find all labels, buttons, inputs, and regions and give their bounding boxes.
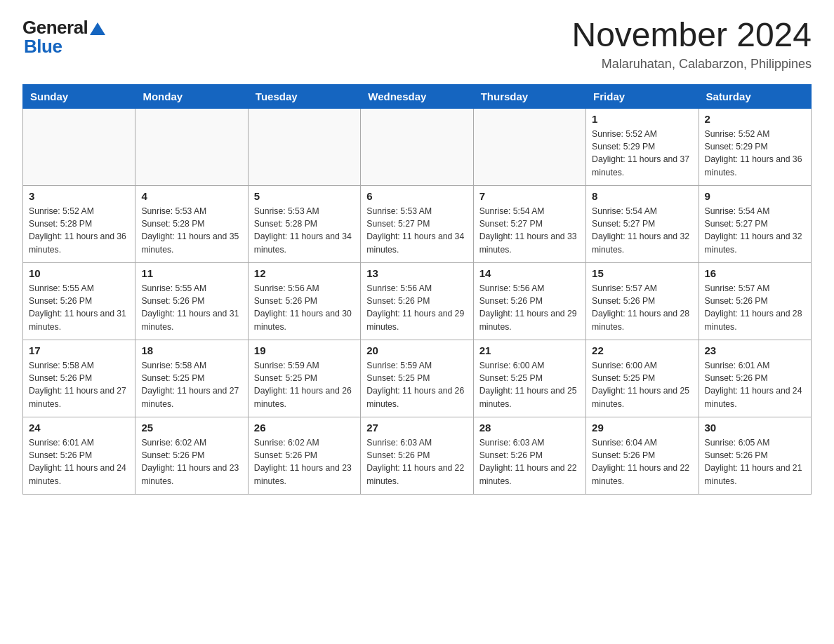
day-number: 13 <box>366 267 467 279</box>
day-number: 21 <box>479 344 580 356</box>
sun-info: Sunrise: 5:56 AMSunset: 5:26 PMDaylight:… <box>479 282 580 333</box>
day-number: 1 <box>592 113 692 125</box>
sun-info: Sunrise: 5:53 AMSunset: 5:27 PMDaylight:… <box>366 205 467 256</box>
day-number: 20 <box>366 344 467 356</box>
calendar-cell: 1Sunrise: 5:52 AMSunset: 5:29 PMDaylight… <box>586 108 699 185</box>
day-number: 18 <box>141 344 241 356</box>
sun-info: Sunrise: 5:55 AMSunset: 5:26 PMDaylight:… <box>29 282 129 333</box>
day-number: 15 <box>592 267 692 279</box>
day-number: 29 <box>592 422 692 434</box>
calendar-cell: 27Sunrise: 6:03 AMSunset: 5:26 PMDayligh… <box>361 417 473 494</box>
sun-info: Sunrise: 5:55 AMSunset: 5:26 PMDaylight:… <box>141 282 241 333</box>
day-number: 9 <box>705 190 805 202</box>
calendar-cell: 30Sunrise: 6:05 AMSunset: 5:26 PMDayligh… <box>699 417 811 494</box>
sun-info: Sunrise: 6:03 AMSunset: 5:26 PMDaylight:… <box>479 436 580 488</box>
day-number: 24 <box>29 422 129 434</box>
day-header-row: SundayMondayTuesdayWednesdayThursdayFrid… <box>23 84 812 108</box>
day-header-sunday: Sunday <box>23 84 135 108</box>
calendar-cell: 15Sunrise: 5:57 AMSunset: 5:26 PMDayligh… <box>586 262 699 340</box>
sun-info: Sunrise: 5:54 AMSunset: 5:27 PMDaylight:… <box>479 205 580 256</box>
calendar-cell: 13Sunrise: 5:56 AMSunset: 5:26 PMDayligh… <box>361 262 473 340</box>
sun-info: Sunrise: 5:59 AMSunset: 5:25 PMDaylight:… <box>366 359 467 410</box>
week-row-3: 10Sunrise: 5:55 AMSunset: 5:26 PMDayligh… <box>23 262 812 340</box>
day-number: 2 <box>705 113 805 125</box>
week-row-4: 17Sunrise: 5:58 AMSunset: 5:26 PMDayligh… <box>23 340 812 417</box>
svg-marker-0 <box>90 22 105 35</box>
calendar-cell <box>135 108 248 185</box>
sun-info: Sunrise: 5:52 AMSunset: 5:29 PMDaylight:… <box>705 128 805 179</box>
calendar-cell: 18Sunrise: 5:58 AMSunset: 5:25 PMDayligh… <box>135 340 248 417</box>
calendar-cell: 2Sunrise: 5:52 AMSunset: 5:29 PMDaylight… <box>699 108 811 185</box>
calendar-cell: 24Sunrise: 6:01 AMSunset: 5:26 PMDayligh… <box>23 417 135 494</box>
calendar-cell: 20Sunrise: 5:59 AMSunset: 5:25 PMDayligh… <box>361 340 473 417</box>
calendar-cell: 3Sunrise: 5:52 AMSunset: 5:28 PMDaylight… <box>23 185 135 262</box>
calendar-cell: 29Sunrise: 6:04 AMSunset: 5:26 PMDayligh… <box>586 417 699 494</box>
day-number: 30 <box>705 422 805 434</box>
calendar-cell: 6Sunrise: 5:53 AMSunset: 5:27 PMDaylight… <box>361 185 473 262</box>
sun-info: Sunrise: 5:58 AMSunset: 5:25 PMDaylight:… <box>141 359 241 410</box>
sun-info: Sunrise: 5:56 AMSunset: 5:26 PMDaylight:… <box>366 282 467 333</box>
sun-info: Sunrise: 6:01 AMSunset: 5:26 PMDaylight:… <box>29 436 129 488</box>
calendar-header: SundayMondayTuesdayWednesdayThursdayFrid… <box>23 84 812 108</box>
calendar-cell: 26Sunrise: 6:02 AMSunset: 5:26 PMDayligh… <box>248 417 360 494</box>
calendar-cell: 9Sunrise: 5:54 AMSunset: 5:27 PMDaylight… <box>699 185 811 262</box>
week-row-5: 24Sunrise: 6:01 AMSunset: 5:26 PMDayligh… <box>23 417 812 494</box>
sun-info: Sunrise: 6:01 AMSunset: 5:26 PMDaylight:… <box>705 359 805 410</box>
sun-info: Sunrise: 5:54 AMSunset: 5:27 PMDaylight:… <box>705 205 805 256</box>
calendar-cell: 4Sunrise: 5:53 AMSunset: 5:28 PMDaylight… <box>135 185 248 262</box>
day-number: 26 <box>254 422 355 434</box>
sun-info: Sunrise: 5:53 AMSunset: 5:28 PMDaylight:… <box>254 205 355 256</box>
week-row-1: 1Sunrise: 5:52 AMSunset: 5:29 PMDaylight… <box>23 108 812 185</box>
day-header-friday: Friday <box>586 84 699 108</box>
sun-info: Sunrise: 6:05 AMSunset: 5:26 PMDaylight:… <box>705 436 805 488</box>
sun-info: Sunrise: 6:00 AMSunset: 5:25 PMDaylight:… <box>479 359 580 410</box>
calendar-cell: 12Sunrise: 5:56 AMSunset: 5:26 PMDayligh… <box>248 262 360 340</box>
week-row-2: 3Sunrise: 5:52 AMSunset: 5:28 PMDaylight… <box>23 185 812 262</box>
logo: General Blue <box>22 17 105 58</box>
day-number: 27 <box>366 422 467 434</box>
sun-info: Sunrise: 5:56 AMSunset: 5:26 PMDaylight:… <box>254 282 355 333</box>
day-number: 28 <box>479 422 580 434</box>
day-header-saturday: Saturday <box>699 84 811 108</box>
calendar-table: SundayMondayTuesdayWednesdayThursdayFrid… <box>22 84 812 495</box>
day-number: 5 <box>254 190 355 202</box>
calendar-cell: 7Sunrise: 5:54 AMSunset: 5:27 PMDaylight… <box>473 185 585 262</box>
logo-blue-text: Blue <box>24 36 62 58</box>
day-number: 25 <box>141 422 241 434</box>
sun-info: Sunrise: 6:03 AMSunset: 5:26 PMDaylight:… <box>366 436 467 488</box>
calendar-cell: 28Sunrise: 6:03 AMSunset: 5:26 PMDayligh… <box>473 417 585 494</box>
calendar-cell: 21Sunrise: 6:00 AMSunset: 5:25 PMDayligh… <box>473 340 585 417</box>
sun-info: Sunrise: 5:58 AMSunset: 5:26 PMDaylight:… <box>29 359 129 410</box>
day-number: 7 <box>479 190 580 202</box>
title-block: November 2024 Malaruhatan, Calabarzon, P… <box>571 17 812 72</box>
day-header-tuesday: Tuesday <box>248 84 360 108</box>
calendar-cell: 25Sunrise: 6:02 AMSunset: 5:26 PMDayligh… <box>135 417 248 494</box>
sun-info: Sunrise: 6:02 AMSunset: 5:26 PMDaylight:… <box>254 436 355 488</box>
calendar-cell: 14Sunrise: 5:56 AMSunset: 5:26 PMDayligh… <box>473 262 585 340</box>
calendar-cell <box>361 108 473 185</box>
sun-info: Sunrise: 6:00 AMSunset: 5:25 PMDaylight:… <box>592 359 692 410</box>
calendar-cell <box>23 108 135 185</box>
sun-info: Sunrise: 6:02 AMSunset: 5:26 PMDaylight:… <box>141 436 241 488</box>
page-header: General Blue November 2024 Malaruhatan, … <box>22 17 812 72</box>
sun-info: Sunrise: 5:59 AMSunset: 5:25 PMDaylight:… <box>254 359 355 410</box>
sun-info: Sunrise: 5:57 AMSunset: 5:26 PMDaylight:… <box>592 282 692 333</box>
calendar-cell: 22Sunrise: 6:00 AMSunset: 5:25 PMDayligh… <box>586 340 699 417</box>
day-number: 12 <box>254 267 355 279</box>
month-title: November 2024 <box>571 17 812 54</box>
day-header-monday: Monday <box>135 84 248 108</box>
sun-info: Sunrise: 5:52 AMSunset: 5:29 PMDaylight:… <box>592 128 692 179</box>
sun-info: Sunrise: 5:53 AMSunset: 5:28 PMDaylight:… <box>141 205 241 256</box>
day-number: 10 <box>29 267 129 279</box>
sun-info: Sunrise: 5:54 AMSunset: 5:27 PMDaylight:… <box>592 205 692 256</box>
day-number: 16 <box>705 267 805 279</box>
day-number: 3 <box>29 190 129 202</box>
calendar-cell: 8Sunrise: 5:54 AMSunset: 5:27 PMDaylight… <box>586 185 699 262</box>
day-number: 11 <box>141 267 241 279</box>
calendar-cell: 5Sunrise: 5:53 AMSunset: 5:28 PMDaylight… <box>248 185 360 262</box>
day-header-wednesday: Wednesday <box>361 84 473 108</box>
day-number: 17 <box>29 344 129 356</box>
day-number: 14 <box>479 267 580 279</box>
day-number: 19 <box>254 344 355 356</box>
calendar-cell: 11Sunrise: 5:55 AMSunset: 5:26 PMDayligh… <box>135 262 248 340</box>
